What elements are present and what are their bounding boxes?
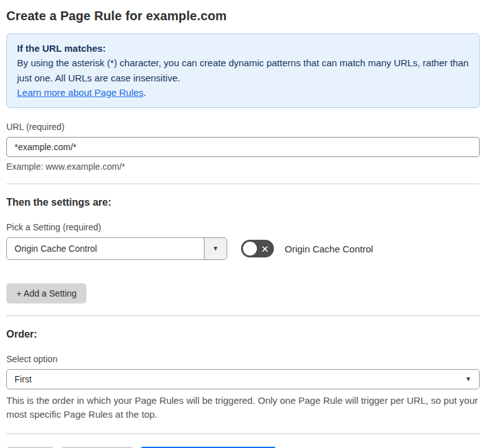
- setting-picker-label: Pick a Setting (required): [6, 222, 480, 232]
- url-match-info-box: If the URL matches: By using the asteris…: [6, 33, 480, 108]
- setting-select-value: Origin Cache Control: [7, 238, 204, 259]
- order-select-label: Select option: [6, 354, 480, 364]
- setting-select-caret-button[interactable]: ▼: [204, 238, 227, 259]
- info-box-body: By using the asterisk (*) character, you…: [17, 56, 469, 85]
- order-select[interactable]: First ▼: [6, 369, 480, 389]
- settings-section-heading: Then the settings are:: [6, 197, 480, 208]
- order-section-heading: Order:: [6, 329, 480, 340]
- divider: [6, 433, 480, 434]
- setting-row: Origin Cache Control ▼ ✕ Origin Cache Co…: [6, 237, 480, 260]
- url-example-hint: Example: www.example.com/*: [6, 162, 480, 172]
- origin-cache-control-toggle[interactable]: ✕: [241, 240, 274, 257]
- toggle-knob: [243, 242, 257, 256]
- toggle-off-x-icon: ✕: [261, 244, 269, 254]
- add-setting-button[interactable]: + Add a Setting: [6, 283, 86, 304]
- link-period: .: [143, 87, 146, 98]
- info-box-heading: If the URL matches:: [17, 41, 469, 56]
- info-box-link-line: Learn more about Page Rules.: [17, 85, 469, 100]
- chevron-down-icon: ▼: [213, 245, 219, 252]
- page-title: Create a Page Rule for example.com: [6, 9, 480, 23]
- learn-more-link[interactable]: Learn more about Page Rules: [17, 87, 143, 98]
- divider: [6, 315, 480, 316]
- order-help-text: This is the order in which your Page Rul…: [6, 394, 480, 421]
- url-input[interactable]: [6, 137, 480, 157]
- order-select-value: First: [15, 374, 465, 384]
- page-rule-form: Create a Page Rule for example.com If th…: [0, 0, 486, 448]
- url-field-label: URL (required): [6, 122, 480, 132]
- divider: [6, 184, 480, 184]
- toggle-label: Origin Cache Control: [285, 244, 373, 254]
- setting-select[interactable]: Origin Cache Control ▼: [6, 237, 227, 260]
- chevron-down-icon: ▼: [465, 376, 471, 382]
